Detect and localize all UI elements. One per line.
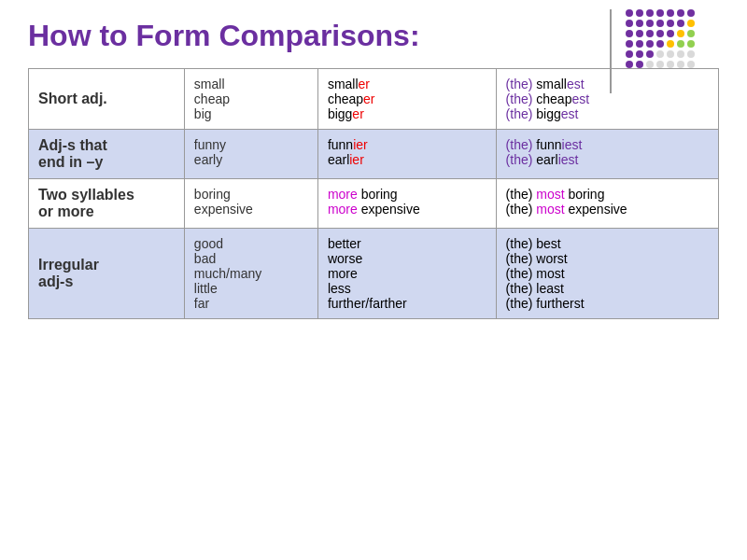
- page-title: How to Form Comparisons:: [28, 19, 719, 53]
- comparative-two-syl: more boringmore expensive: [317, 179, 496, 229]
- superlative-irregular: (the) best(the) worst(the) most(the) lea…: [496, 229, 718, 319]
- superlative-two-syl: (the) most boring(the) most expensive: [496, 179, 718, 229]
- base-words-two-syl: boringexpensive: [184, 179, 317, 229]
- category-short-adj: Short adj.: [29, 69, 185, 130]
- comparative-short: smallercheaperbigger: [317, 69, 496, 130]
- table-row: Irregularadj-sgoodbadmuch/manylittlefarb…: [29, 229, 719, 319]
- table-row: Two syllablesor moreboringexpensivemore …: [29, 179, 719, 229]
- title-line: [610, 9, 612, 93]
- dots-decoration: [626, 9, 738, 84]
- category-adj-y: Adj-s thatend in –y: [29, 130, 185, 179]
- base-words-irregular: goodbadmuch/manylittlefar: [184, 229, 317, 319]
- superlative-adj-y: (the) funniest(the) earliest: [496, 130, 718, 179]
- page: How to Form Comparisons: Short adj.small…: [0, 0, 747, 560]
- base-words-adj-y: funnyearly: [184, 130, 317, 179]
- comparative-adj-y: funnierearlier: [317, 130, 496, 179]
- table-row: Short adj.smallcheapbigsmallercheaperbig…: [29, 69, 719, 130]
- table-row: Adj-s thatend in –yfunnyearlyfunnierearl…: [29, 130, 719, 179]
- category-irregular: Irregularadj-s: [29, 229, 185, 319]
- comparative-irregular: betterworsemorelessfurther/farther: [317, 229, 496, 319]
- comparisons-table: Short adj.smallcheapbigsmallercheaperbig…: [28, 68, 719, 319]
- base-words-short: smallcheapbig: [184, 69, 317, 130]
- category-two-syl: Two syllablesor more: [29, 179, 185, 229]
